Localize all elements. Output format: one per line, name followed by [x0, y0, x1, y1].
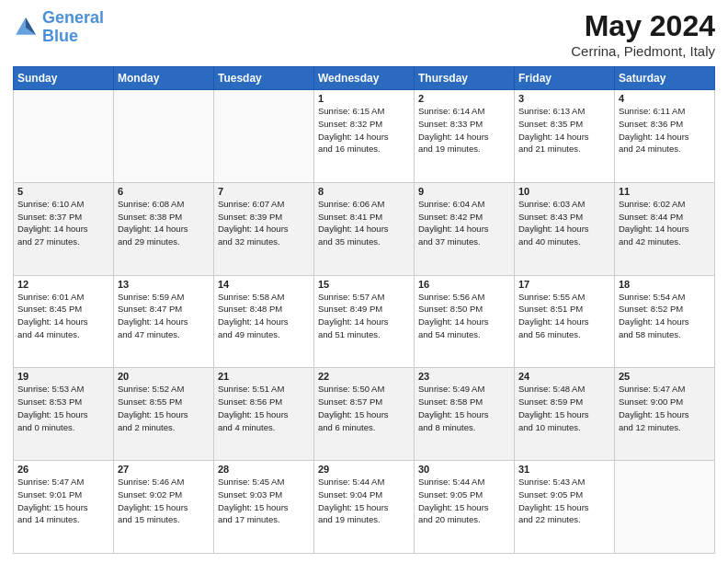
day-info: Sunrise: 5:58 AMSunset: 8:48 PMDaylight:…: [218, 291, 310, 341]
day-number: 13: [118, 279, 210, 290]
day-info: Sunrise: 5:57 AMSunset: 8:49 PMDaylight:…: [318, 291, 410, 341]
day-number: 19: [17, 371, 109, 382]
calendar-cell: 16Sunrise: 5:56 AMSunset: 8:50 PMDayligh…: [415, 275, 515, 368]
weekday-header-saturday: Saturday: [615, 67, 715, 90]
calendar-cell: 23Sunrise: 5:49 AMSunset: 8:58 PMDayligh…: [415, 368, 515, 461]
day-number: 2: [418, 93, 510, 104]
day-number: 23: [418, 371, 510, 382]
logo-icon: [13, 15, 39, 40]
weekday-header-friday: Friday: [515, 67, 615, 90]
day-number: 22: [318, 371, 410, 382]
logo-blue: Blue: [42, 27, 78, 45]
week-row-1: 1Sunrise: 6:15 AMSunset: 8:32 PMDaylight…: [14, 90, 715, 183]
day-number: 15: [318, 279, 410, 290]
calendar-cell: 1Sunrise: 6:15 AMSunset: 8:32 PMDaylight…: [314, 90, 415, 183]
day-number: 6: [118, 186, 210, 197]
week-row-5: 26Sunrise: 5:47 AMSunset: 9:01 PMDayligh…: [14, 461, 715, 554]
title-block: May 2024 Cerrina, Piedmont, Italy: [571, 9, 715, 59]
calendar-cell: 30Sunrise: 5:44 AMSunset: 9:05 PMDayligh…: [415, 461, 515, 554]
calendar-cell: 2Sunrise: 6:14 AMSunset: 8:33 PMDaylight…: [415, 90, 515, 183]
day-info: Sunrise: 5:43 AMSunset: 9:05 PMDaylight:…: [518, 476, 610, 526]
day-number: 30: [418, 464, 510, 475]
day-info: Sunrise: 6:06 AMSunset: 8:41 PMDaylight:…: [318, 198, 410, 248]
day-info: Sunrise: 5:47 AMSunset: 9:01 PMDaylight:…: [17, 476, 109, 526]
week-row-3: 12Sunrise: 6:01 AMSunset: 8:45 PMDayligh…: [14, 275, 715, 368]
calendar-cell: 5Sunrise: 6:10 AMSunset: 8:37 PMDaylight…: [14, 182, 114, 275]
month-title: May 2024: [571, 9, 715, 43]
calendar-cell: 7Sunrise: 6:07 AMSunset: 8:39 PMDaylight…: [214, 182, 314, 275]
day-info: Sunrise: 6:01 AMSunset: 8:45 PMDaylight:…: [17, 291, 109, 341]
day-info: Sunrise: 5:49 AMSunset: 8:58 PMDaylight:…: [418, 383, 510, 433]
calendar-cell: [114, 90, 214, 183]
day-number: 3: [518, 93, 610, 104]
calendar-cell: 10Sunrise: 6:03 AMSunset: 8:43 PMDayligh…: [515, 182, 615, 275]
day-number: 8: [318, 186, 410, 197]
weekday-header-row: SundayMondayTuesdayWednesdayThursdayFrid…: [14, 67, 715, 90]
day-info: Sunrise: 6:13 AMSunset: 8:35 PMDaylight:…: [518, 105, 610, 155]
calendar-cell: [14, 90, 114, 183]
calendar-cell: 24Sunrise: 5:48 AMSunset: 8:59 PMDayligh…: [515, 368, 615, 461]
day-number: 31: [518, 464, 610, 475]
calendar-cell: 28Sunrise: 5:45 AMSunset: 9:03 PMDayligh…: [214, 461, 314, 554]
calendar-cell: 29Sunrise: 5:44 AMSunset: 9:04 PMDayligh…: [314, 461, 415, 554]
day-info: Sunrise: 5:54 AMSunset: 8:52 PMDaylight:…: [619, 291, 711, 341]
day-info: Sunrise: 6:02 AMSunset: 8:44 PMDaylight:…: [619, 198, 711, 248]
day-info: Sunrise: 6:07 AMSunset: 8:39 PMDaylight:…: [218, 198, 310, 248]
day-number: 29: [318, 464, 410, 475]
calendar-cell: 8Sunrise: 6:06 AMSunset: 8:41 PMDaylight…: [314, 182, 415, 275]
logo-text: GeneralBlue: [42, 9, 104, 46]
week-row-4: 19Sunrise: 5:53 AMSunset: 8:53 PMDayligh…: [14, 368, 715, 461]
day-number: 10: [518, 186, 610, 197]
calendar-cell: 19Sunrise: 5:53 AMSunset: 8:53 PMDayligh…: [14, 368, 114, 461]
day-number: 4: [619, 93, 711, 104]
location: Cerrina, Piedmont, Italy: [571, 43, 715, 59]
day-number: 5: [17, 186, 109, 197]
day-info: Sunrise: 6:03 AMSunset: 8:43 PMDaylight:…: [518, 198, 610, 248]
day-info: Sunrise: 5:50 AMSunset: 8:57 PMDaylight:…: [318, 383, 410, 433]
day-number: 28: [218, 464, 310, 475]
day-info: Sunrise: 5:55 AMSunset: 8:51 PMDaylight:…: [518, 291, 610, 341]
day-info: Sunrise: 5:44 AMSunset: 9:05 PMDaylight:…: [418, 476, 510, 526]
day-number: 24: [518, 371, 610, 382]
calendar-cell: 4Sunrise: 6:11 AMSunset: 8:36 PMDaylight…: [615, 90, 715, 183]
day-info: Sunrise: 5:47 AMSunset: 9:00 PMDaylight:…: [619, 383, 711, 433]
calendar-cell: 3Sunrise: 6:13 AMSunset: 8:35 PMDaylight…: [515, 90, 615, 183]
day-info: Sunrise: 5:56 AMSunset: 8:50 PMDaylight:…: [418, 291, 510, 341]
calendar-cell: 25Sunrise: 5:47 AMSunset: 9:00 PMDayligh…: [615, 368, 715, 461]
calendar-cell: 6Sunrise: 6:08 AMSunset: 8:38 PMDaylight…: [114, 182, 214, 275]
calendar-cell: 18Sunrise: 5:54 AMSunset: 8:52 PMDayligh…: [615, 275, 715, 368]
day-number: 16: [418, 279, 510, 290]
calendar-cell: 21Sunrise: 5:51 AMSunset: 8:56 PMDayligh…: [214, 368, 314, 461]
calendar-table: SundayMondayTuesdayWednesdayThursdayFrid…: [13, 66, 715, 554]
day-number: 9: [418, 186, 510, 197]
day-info: Sunrise: 5:59 AMSunset: 8:47 PMDaylight:…: [118, 291, 210, 341]
day-number: 14: [218, 279, 310, 290]
calendar-cell: 22Sunrise: 5:50 AMSunset: 8:57 PMDayligh…: [314, 368, 415, 461]
calendar-cell: 13Sunrise: 5:59 AMSunset: 8:47 PMDayligh…: [114, 275, 214, 368]
calendar-cell: 9Sunrise: 6:04 AMSunset: 8:42 PMDaylight…: [415, 182, 515, 275]
weekday-header-monday: Monday: [114, 67, 214, 90]
day-number: 26: [17, 464, 109, 475]
day-number: 17: [518, 279, 610, 290]
day-info: Sunrise: 6:15 AMSunset: 8:32 PMDaylight:…: [318, 105, 410, 155]
day-info: Sunrise: 6:11 AMSunset: 8:36 PMDaylight:…: [619, 105, 711, 155]
calendar-cell: [214, 90, 314, 183]
weekday-header-tuesday: Tuesday: [214, 67, 314, 90]
day-number: 1: [318, 93, 410, 104]
day-info: Sunrise: 6:14 AMSunset: 8:33 PMDaylight:…: [418, 105, 510, 155]
day-info: Sunrise: 5:48 AMSunset: 8:59 PMDaylight:…: [518, 383, 610, 433]
logo-general: General: [42, 8, 104, 27]
day-info: Sunrise: 5:53 AMSunset: 8:53 PMDaylight:…: [17, 383, 109, 433]
calendar-cell: 17Sunrise: 5:55 AMSunset: 8:51 PMDayligh…: [515, 275, 615, 368]
weekday-header-wednesday: Wednesday: [314, 67, 415, 90]
day-number: 20: [118, 371, 210, 382]
day-info: Sunrise: 6:04 AMSunset: 8:42 PMDaylight:…: [418, 198, 510, 248]
day-info: Sunrise: 5:44 AMSunset: 9:04 PMDaylight:…: [318, 476, 410, 526]
day-info: Sunrise: 6:08 AMSunset: 8:38 PMDaylight:…: [118, 198, 210, 248]
day-number: 12: [17, 279, 109, 290]
page: GeneralBlue May 2024 Cerrina, Piedmont, …: [0, 0, 728, 563]
day-number: 25: [619, 371, 711, 382]
day-info: Sunrise: 5:45 AMSunset: 9:03 PMDaylight:…: [218, 476, 310, 526]
day-info: Sunrise: 5:52 AMSunset: 8:55 PMDaylight:…: [118, 383, 210, 433]
day-number: 11: [619, 186, 711, 197]
